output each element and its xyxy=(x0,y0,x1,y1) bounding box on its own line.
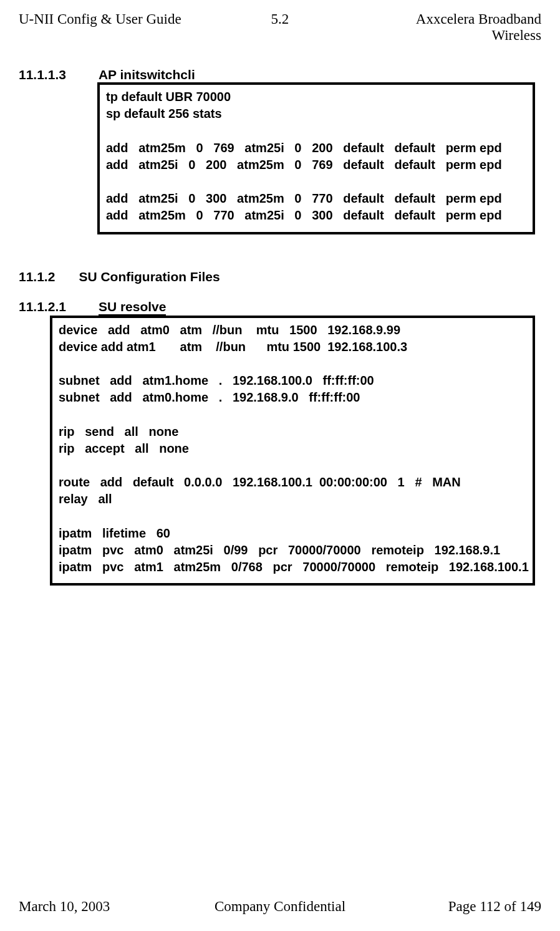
heading-ap-initswitchcli: 11.1.1.3 AP initswitchcli xyxy=(19,67,541,82)
page-header: U-NII Config & User Guide 5.2 Axxcelera … xyxy=(19,11,541,44)
codebox-wrap-2: device add atm0 atm //bun mtu 1500 192.1… xyxy=(50,316,535,586)
section-title: SU resolve xyxy=(99,299,167,316)
header-center: 5.2 xyxy=(193,11,367,44)
heading-su-config-files: 11.1.2 SU Configuration Files xyxy=(19,269,541,284)
footer-right: Page 112 of 149 xyxy=(367,899,541,915)
footer-center: Company Confidential xyxy=(193,899,367,915)
section-number: 11.1.2 xyxy=(19,269,55,284)
heading-su-resolve: 11.1.2.1 SU resolve xyxy=(19,299,541,316)
header-right: Axxcelera Broadband Wireless xyxy=(367,11,541,44)
page-footer: March 10, 2003 Company Confidential Page… xyxy=(19,899,541,915)
footer-left: March 10, 2003 xyxy=(19,899,193,915)
section-title: AP initswitchcli xyxy=(99,67,195,82)
header-left: U-NII Config & User Guide xyxy=(19,11,193,44)
codebox-su-resolve: device add atm0 atm //bun mtu 1500 192.1… xyxy=(50,316,535,586)
codebox-wrap-1: tp default UBR 70000 sp default 256 stat… xyxy=(97,82,535,234)
section-number: 11.1.1.3 xyxy=(19,67,66,82)
codebox-ap-initswitchcli: tp default UBR 70000 sp default 256 stat… xyxy=(97,82,535,234)
section-number: 11.1.2.1 xyxy=(19,299,66,314)
section-title: SU Configuration Files xyxy=(79,269,220,284)
